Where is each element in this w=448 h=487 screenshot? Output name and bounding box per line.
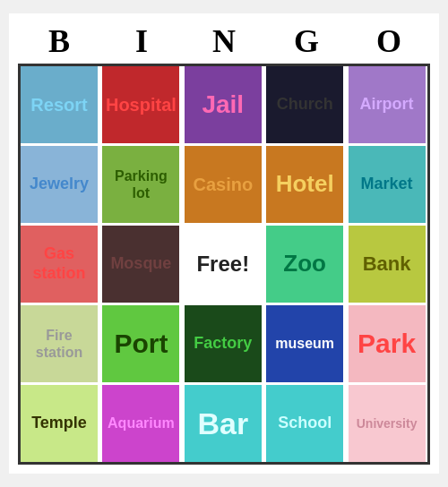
cell-label-24: University — [357, 416, 418, 431]
bingo-cell-22[interactable]: Bar — [185, 385, 262, 462]
bingo-cell-13[interactable]: Zoo — [266, 226, 343, 303]
cell-label-16: Port — [114, 328, 168, 360]
bingo-cell-8[interactable]: Hotel — [266, 146, 343, 223]
bingo-cell-12[interactable]: Free! — [185, 226, 262, 303]
bingo-cell-17[interactable]: Factory — [185, 305, 262, 382]
bingo-cell-4[interactable]: Airport — [349, 66, 426, 143]
bingo-cell-15[interactable]: Fire station — [21, 305, 98, 382]
bingo-cell-20[interactable]: Temple — [21, 385, 98, 462]
bingo-letter-B: B — [21, 22, 98, 60]
cell-label-21: Aquarium — [108, 414, 175, 431]
bingo-letter-O: O — [350, 22, 427, 60]
bingo-letter-N: N — [185, 22, 263, 60]
cell-label-19: Park — [358, 328, 416, 360]
bingo-card: BINGO ResortHospitalJailChurchAirportJew… — [9, 13, 439, 474]
cell-label-4: Airport — [360, 95, 414, 115]
cell-label-23: School — [278, 414, 332, 433]
bingo-letter-G: G — [268, 22, 345, 60]
bingo-cell-9[interactable]: Market — [349, 146, 426, 223]
bingo-cell-11[interactable]: Mosque — [102, 226, 179, 303]
cell-label-17: Factory — [194, 334, 252, 354]
cell-label-1: Hospital — [106, 94, 177, 115]
cell-label-20: Temple — [31, 414, 87, 433]
cell-label-22: Bar — [197, 406, 248, 442]
cell-label-9: Market — [361, 175, 413, 194]
cell-label-2: Jail — [202, 90, 244, 120]
bingo-cell-3[interactable]: Church — [266, 66, 343, 143]
bingo-cell-14[interactable]: Bank — [349, 226, 426, 303]
bingo-cell-0[interactable]: Resort — [21, 66, 98, 143]
bingo-cell-1[interactable]: Hospital — [102, 66, 179, 143]
cell-label-18: museum — [275, 335, 334, 352]
bingo-cell-16[interactable]: Port — [102, 305, 179, 382]
cell-label-13: Zoo — [283, 250, 326, 278]
cell-label-3: Church — [277, 95, 333, 115]
cell-label-12: Free! — [196, 252, 249, 278]
bingo-cell-7[interactable]: Casino — [185, 146, 262, 223]
bingo-cell-10[interactable]: Gas station — [21, 226, 98, 303]
bingo-cell-2[interactable]: Jail — [185, 66, 262, 143]
cell-label-15: Fire station — [24, 327, 94, 361]
cell-label-5: Jewelry — [30, 175, 89, 194]
bingo-letter-I: I — [103, 22, 180, 60]
bingo-cell-24[interactable]: University — [349, 385, 426, 462]
cell-label-14: Bank — [363, 252, 411, 276]
bingo-cell-5[interactable]: Jewelry — [21, 146, 98, 223]
bingo-header: BINGO — [18, 22, 430, 60]
bingo-grid: ResortHospitalJailChurchAirportJewelryPa… — [18, 64, 430, 465]
bingo-cell-23[interactable]: School — [266, 385, 343, 462]
bingo-cell-18[interactable]: museum — [266, 305, 343, 382]
cell-label-6: Parking lot — [106, 167, 176, 201]
bingo-cell-21[interactable]: Aquarium — [102, 385, 179, 462]
cell-label-0: Resort — [30, 94, 87, 115]
cell-label-10: Gas station — [24, 244, 94, 283]
bingo-cell-6[interactable]: Parking lot — [102, 146, 179, 223]
cell-label-11: Mosque — [110, 254, 171, 274]
cell-label-7: Casino — [193, 174, 253, 195]
bingo-cell-19[interactable]: Park — [349, 305, 426, 382]
cell-label-8: Hotel — [276, 170, 334, 198]
